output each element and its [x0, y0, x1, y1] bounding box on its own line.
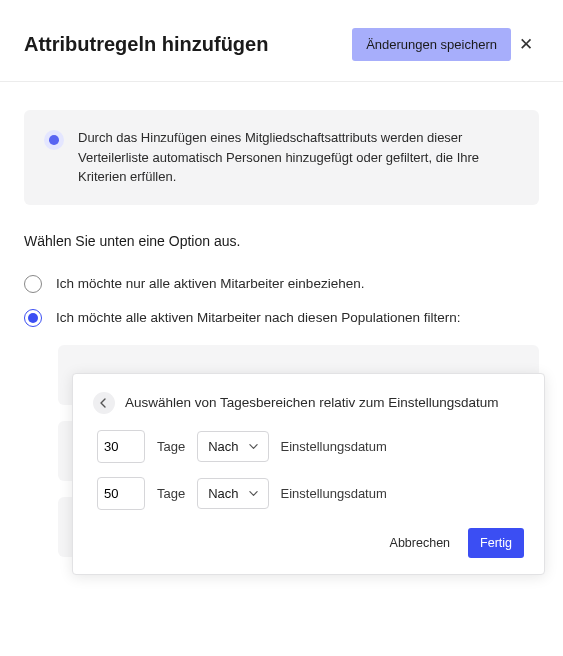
option-only-active[interactable]: Ich möchte nur alle aktiven Mitarbeiter … [24, 267, 539, 301]
day-range-row: Tage Nach Einstellungsdatum [93, 477, 524, 510]
save-changes-button[interactable]: Änderungen speichern [352, 28, 511, 61]
chevron-down-icon [249, 442, 258, 451]
info-banner-text: Durch das Hinzufügen eines Mitgliedschaf… [78, 128, 519, 187]
option-only-active-label: Ich möchte nur alle aktiven Mitarbeiter … [56, 276, 364, 291]
choose-option-label: Wählen Sie unten eine Option aus. [24, 233, 539, 249]
back-button[interactable] [93, 392, 115, 414]
direction-select[interactable]: Nach [197, 478, 268, 509]
day-range-popup: Auswählen von Tagesbereichen relativ zum… [72, 373, 545, 575]
lightbulb-icon [44, 130, 64, 150]
popup-footer: Abbrechen Fertig [93, 528, 524, 558]
cancel-button[interactable]: Abbrechen [382, 530, 458, 556]
option-filter-populations[interactable]: Ich möchte alle aktiven Mitarbeiter nach… [24, 301, 539, 335]
arrow-left-icon [99, 398, 109, 408]
radio-unchecked-icon [24, 275, 42, 293]
reference-date-label: Einstellungsdatum [281, 439, 387, 454]
direction-select[interactable]: Nach [197, 431, 268, 462]
header-actions: Änderungen speichern ✕ [352, 28, 539, 61]
chevron-down-icon [249, 489, 258, 498]
option-filter-populations-label: Ich möchte alle aktiven Mitarbeiter nach… [56, 310, 460, 325]
direction-select-value: Nach [208, 439, 238, 454]
filter-area: Auswählen von Tagesbereichen relativ zum… [24, 345, 539, 557]
days-input[interactable] [97, 477, 145, 510]
direction-select-value: Nach [208, 486, 238, 501]
info-banner: Durch das Hinzufügen eines Mitgliedschaf… [24, 110, 539, 205]
dialog-header: Attributregeln hinzufügen Änderungen spe… [0, 0, 563, 82]
reference-date-label: Einstellungsdatum [281, 486, 387, 501]
close-icon[interactable]: ✕ [513, 30, 539, 59]
days-unit-label: Tage [157, 486, 185, 501]
popup-title: Auswählen von Tagesbereichen relativ zum… [125, 395, 498, 410]
day-range-row: Tage Nach Einstellungsdatum [93, 430, 524, 463]
days-unit-label: Tage [157, 439, 185, 454]
popup-header: Auswählen von Tagesbereichen relativ zum… [93, 392, 524, 414]
page-title: Attributregeln hinzufügen [24, 33, 268, 56]
done-button[interactable]: Fertig [468, 528, 524, 558]
days-input[interactable] [97, 430, 145, 463]
dialog-content: Durch das Hinzufügen eines Mitgliedschaf… [0, 82, 563, 557]
radio-checked-icon [24, 309, 42, 327]
